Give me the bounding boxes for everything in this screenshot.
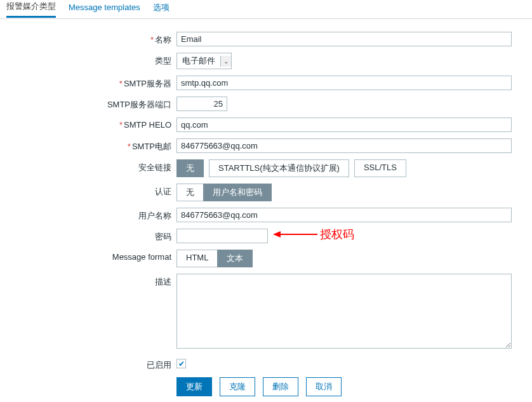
label-smtp-email: *SMTP电邮 (6, 138, 176, 152)
label-type: 类型 (6, 53, 176, 67)
label-name: *名称 (6, 32, 176, 46)
tab-media-type[interactable]: 报警媒介类型 (6, 1, 56, 18)
update-button[interactable]: 更新 (176, 377, 212, 396)
cancel-button[interactable]: 取消 (306, 377, 342, 396)
smtp-helo-input[interactable] (176, 117, 512, 132)
chevron-down-icon: ⌄ (220, 56, 231, 67)
ssl-starttls-button[interactable]: STARTTLS(纯文本通信协议扩展) (209, 159, 349, 177)
smtp-email-input[interactable] (176, 138, 512, 153)
auth-group: 无 用户名和密码 (176, 184, 526, 201)
ssl-none-button[interactable]: 无 (176, 159, 204, 177)
username-input[interactable] (176, 208, 512, 222)
type-select[interactable]: 电子邮件 ⌄ (176, 53, 232, 69)
type-select-value: 电子邮件 (177, 53, 220, 69)
tab-message-templates[interactable]: Message templates (69, 3, 140, 16)
password-input[interactable] (176, 229, 268, 243)
smtp-port-input[interactable] (176, 97, 227, 111)
ssl-group: 无 STARTTLS(纯文本通信协议扩展) SSL/TLS (176, 159, 526, 177)
label-desc: 描述 (6, 274, 176, 288)
label-enabled: 已启用 (6, 357, 176, 371)
format-text-button[interactable]: 文本 (217, 250, 253, 267)
tab-options[interactable]: 选项 (153, 2, 170, 17)
label-smtp-server: *SMTP服务器 (6, 76, 176, 90)
label-smtp-helo: *SMTP HELO (6, 117, 176, 130)
description-textarea[interactable] (176, 274, 512, 349)
auth-userpass-button[interactable]: 用户名和密码 (203, 184, 272, 201)
name-input[interactable] (176, 32, 512, 46)
format-group: HTML 文本 (176, 250, 526, 267)
auth-none-button[interactable]: 无 (176, 184, 204, 201)
label-auth: 认证 (6, 184, 176, 198)
delete-button[interactable]: 删除 (263, 377, 298, 396)
label-smtp-port: SMTP服务器端口 (6, 97, 176, 111)
enabled-checkbox[interactable]: ✔ (176, 359, 186, 368)
clone-button[interactable]: 克隆 (220, 377, 255, 396)
smtp-server-input[interactable] (176, 76, 512, 90)
tab-bar: 报警媒介类型 Message templates 选项 (0, 0, 532, 19)
ssl-ssltls-button[interactable]: SSL/TLS (354, 159, 406, 177)
label-password: 密码 (6, 229, 176, 243)
format-html-button[interactable]: HTML (176, 250, 218, 267)
label-username: 用户名称 (6, 208, 176, 222)
label-message-format: Message format (6, 250, 176, 262)
form: *名称 类型 电子邮件 ⌄ *SMTP服务器 SMTP服务器端口 *SMTP H… (0, 19, 532, 402)
label-ssl: 安全链接 (6, 159, 176, 173)
action-bar: 更新 克隆 删除 取消 (176, 377, 526, 396)
